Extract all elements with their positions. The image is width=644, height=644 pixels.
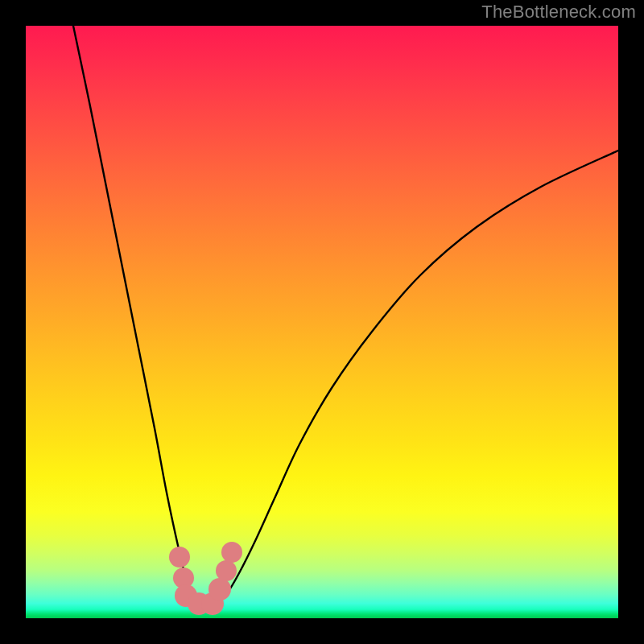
watermark-text: TheBottleneck.com [481,2,636,23]
plot-area [26,26,618,618]
valley-marker [208,578,231,601]
valley-marker [169,547,190,568]
valley-marker [216,560,237,581]
valley-marker [221,542,242,563]
bottleneck-curve [26,26,618,618]
chart-frame: TheBottleneck.com [0,0,644,644]
